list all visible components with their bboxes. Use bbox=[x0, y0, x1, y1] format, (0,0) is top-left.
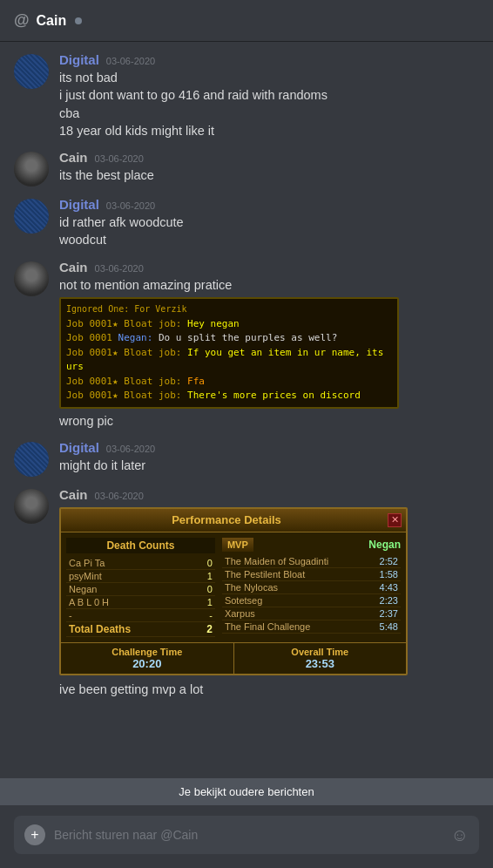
perf-close-button[interactable]: ✕ bbox=[388, 513, 402, 527]
death-name-1: Ca Pi Ta bbox=[66, 557, 194, 570]
game-screenshot: Ignored One: For Verzik Job 0001★ Bloat … bbox=[59, 297, 399, 409]
screenshot-line-4: Job 0001★ Bloat job: Ffa bbox=[66, 375, 392, 390]
channel-name: Cain bbox=[37, 13, 67, 29]
death-total-row: Total Deaths 2 bbox=[66, 621, 215, 636]
avatar-cain-2 bbox=[14, 261, 49, 296]
boss-row-1: The Maiden of Sugadinti 2:52 bbox=[222, 555, 401, 568]
mvp-name: Negan bbox=[368, 539, 401, 551]
death-row-3: Negan 0 bbox=[66, 582, 215, 595]
challenge-time-label: Challenge Time bbox=[64, 647, 230, 657]
timestamp-4: 03-06-2020 bbox=[95, 263, 144, 274]
death-count-3: 0 bbox=[194, 582, 215, 595]
input-area: + Bericht sturen naar @Cain ☺ bbox=[0, 805, 493, 868]
screenshot-line-2: Job 0001 Negan: Do u split the purples a… bbox=[66, 331, 392, 346]
boss-name-6: The Final Challenge bbox=[222, 620, 368, 633]
boss-time-2: 1:58 bbox=[368, 567, 401, 580]
message-group-2: Cain 03-06-2020 its the best place bbox=[0, 146, 493, 190]
avatar-cain-3 bbox=[14, 489, 49, 524]
boss-time-4: 2:23 bbox=[368, 593, 401, 607]
perf-mvp-section: MVP Negan The Maiden of Sugadinti 2:52 T… bbox=[222, 538, 401, 637]
boss-time-1: 2:52 bbox=[368, 555, 401, 568]
channel-icon: @ bbox=[14, 11, 30, 30]
death-row-1: Ca Pi Ta 0 bbox=[66, 557, 215, 570]
death-count-5: - bbox=[194, 608, 215, 621]
overall-time-value: 23:53 bbox=[238, 657, 403, 670]
message-text-3: id rather afk woodcute woodcut bbox=[59, 214, 479, 249]
avatar-digital-3 bbox=[14, 442, 49, 477]
death-name-3: Negan bbox=[66, 582, 194, 595]
message-group-3: Digital 03-06-2020 id rather afk woodcut… bbox=[0, 193, 493, 253]
message-text-4b: wrong pic bbox=[59, 412, 479, 430]
death-row-5: - - bbox=[66, 608, 215, 621]
username-digital-2: Digital bbox=[59, 197, 99, 212]
boss-row-4: Sotetseg 2:23 bbox=[222, 593, 401, 607]
message-header-6: Cain 03-06-2020 bbox=[59, 487, 479, 502]
boss-time-3: 4:43 bbox=[368, 580, 401, 593]
performance-details-box: Performance Details ✕ Death Counts Ca Pi… bbox=[59, 507, 408, 675]
boss-name-2: The Pestilent Bloat bbox=[222, 567, 368, 580]
username-cain-3: Cain bbox=[59, 487, 88, 502]
timestamp-2: 03-06-2020 bbox=[95, 153, 144, 164]
death-name-2: psyMint bbox=[66, 569, 194, 582]
message-text-1: its not bad i just dont want to go 416 a… bbox=[59, 69, 479, 139]
message-group-5: Digital 03-06-2020 might do it later bbox=[0, 437, 493, 480]
message-header-3: Digital 03-06-2020 bbox=[59, 197, 479, 212]
older-messages-text: Je bekijkt oudere berichten bbox=[179, 785, 314, 798]
message-input-placeholder[interactable]: Bericht sturen naar @Cain bbox=[54, 828, 442, 842]
screenshot-line-5: Job 0001★ Bloat job: There's more prices… bbox=[66, 389, 392, 403]
status-dot bbox=[75, 17, 82, 24]
message-header-2: Cain 03-06-2020 bbox=[59, 150, 479, 165]
avatar-digital-2 bbox=[14, 199, 49, 234]
message-text-6b: ive been getting mvp a lot bbox=[59, 681, 479, 698]
username-cain-2: Cain bbox=[59, 260, 88, 275]
death-name-4: A B L 0 H bbox=[66, 595, 194, 608]
input-box: + Bericht sturen naar @Cain ☺ bbox=[14, 816, 479, 854]
message-group-1: Digital 03-06-2020 its not bad i just do… bbox=[0, 49, 493, 143]
perf-title-text: Performance Details bbox=[65, 513, 388, 526]
challenge-time-cell: Challenge Time 20:20 bbox=[61, 643, 234, 674]
channel-header: @ Cain bbox=[0, 0, 493, 42]
timestamp-3: 03-06-2020 bbox=[106, 200, 155, 211]
message-content-6: Cain 03-06-2020 Performance Details ✕ De… bbox=[59, 487, 479, 698]
death-name-5: - bbox=[66, 608, 194, 621]
username-digital-1: Digital bbox=[59, 52, 99, 67]
perf-bottom-times: Challenge Time 20:20 Overall Time 23:53 bbox=[61, 642, 406, 674]
overall-time-cell: Overall Time 23:53 bbox=[234, 643, 407, 674]
boss-time-6: 5:48 bbox=[368, 620, 401, 633]
message-header-5: Digital 03-06-2020 bbox=[59, 440, 479, 455]
death-row-2: psyMint 1 bbox=[66, 569, 215, 582]
message-content-5: Digital 03-06-2020 might do it later bbox=[59, 440, 479, 477]
screenshot-title: Ignored One: For Verzik bbox=[66, 304, 186, 314]
add-attachment-button[interactable]: + bbox=[24, 824, 45, 845]
timestamp-5: 03-06-2020 bbox=[106, 444, 155, 454]
boss-row-2: The Pestilent Bloat 1:58 bbox=[222, 567, 401, 580]
boss-name-4: Sotetseg bbox=[222, 593, 368, 607]
total-deaths-value: 2 bbox=[194, 621, 215, 636]
death-row-4: A B L 0 H 1 bbox=[66, 595, 215, 608]
avatar-digital-1 bbox=[14, 54, 49, 89]
total-deaths-label: Total Deaths bbox=[66, 621, 194, 636]
death-counts-title: Death Counts bbox=[66, 538, 215, 553]
death-count-2: 1 bbox=[194, 569, 215, 582]
message-content-3: Digital 03-06-2020 id rather afk woodcut… bbox=[59, 197, 479, 249]
screenshot-line-1: Job 0001★ Bloat job: Hey negan bbox=[66, 317, 392, 332]
boss-name-3: The Nylocas bbox=[222, 580, 368, 593]
older-messages-bar[interactable]: Je bekijkt oudere berichten bbox=[0, 778, 493, 805]
message-group-6: Cain 03-06-2020 Performance Details ✕ De… bbox=[0, 484, 493, 702]
username-cain-1: Cain bbox=[59, 150, 88, 165]
messages-area: Digital 03-06-2020 its not bad i just do… bbox=[0, 42, 493, 778]
emoji-button[interactable]: ☺ bbox=[451, 825, 469, 845]
boss-row-5: Xarpus 2:37 bbox=[222, 607, 401, 620]
mvp-label: MVP bbox=[222, 538, 253, 552]
boss-row-3: The Nylocas 4:43 bbox=[222, 580, 401, 593]
boss-row-6: The Final Challenge 5:48 bbox=[222, 620, 401, 633]
avatar-cain-1 bbox=[14, 152, 49, 186]
mvp-row: MVP Negan bbox=[222, 538, 401, 552]
message-text-5: might do it later bbox=[59, 457, 479, 474]
perf-death-counts: Death Counts Ca Pi Ta 0 psyMint 1 bbox=[66, 538, 215, 637]
message-group-4: Cain 03-06-2020 not to mention amazing p… bbox=[0, 256, 493, 433]
message-content-1: Digital 03-06-2020 its not bad i just do… bbox=[59, 52, 479, 139]
perf-title-bar: Performance Details ✕ bbox=[61, 509, 406, 532]
overall-time-label: Overall Time bbox=[238, 647, 403, 657]
message-header-4: Cain 03-06-2020 bbox=[59, 260, 479, 275]
